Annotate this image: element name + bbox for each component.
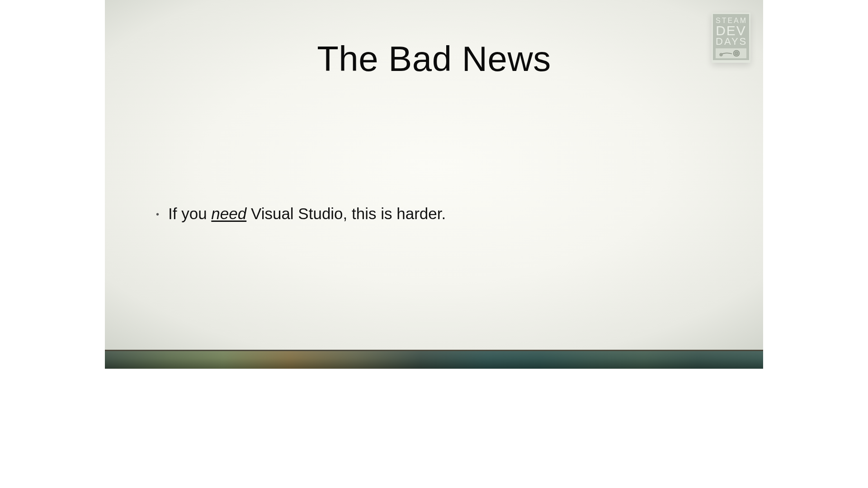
svg-point-4 bbox=[736, 53, 737, 54]
steam-icon bbox=[716, 48, 746, 58]
bullet-text-after: Visual Studio, this is harder. bbox=[246, 205, 446, 222]
slide-bottom-border bbox=[105, 350, 763, 369]
bullet-dot-icon: • bbox=[150, 210, 159, 219]
svg-point-1 bbox=[721, 54, 722, 55]
event-logo: STEAM DEV DAYS bbox=[712, 13, 750, 63]
bullet-text-emph: need bbox=[211, 205, 246, 222]
bullet-text: If you need Visual Studio, this is harde… bbox=[168, 203, 446, 224]
bullet-text-before: If you bbox=[168, 205, 211, 222]
bullet-list: • If you need Visual Studio, this is har… bbox=[150, 203, 718, 224]
list-item: • If you need Visual Studio, this is har… bbox=[150, 203, 718, 224]
slide-title: The Bad News bbox=[105, 38, 763, 80]
presentation-slide: The Bad News • If you need Visual Studio… bbox=[105, 0, 763, 369]
logo-line-days: DAYS bbox=[716, 37, 746, 47]
